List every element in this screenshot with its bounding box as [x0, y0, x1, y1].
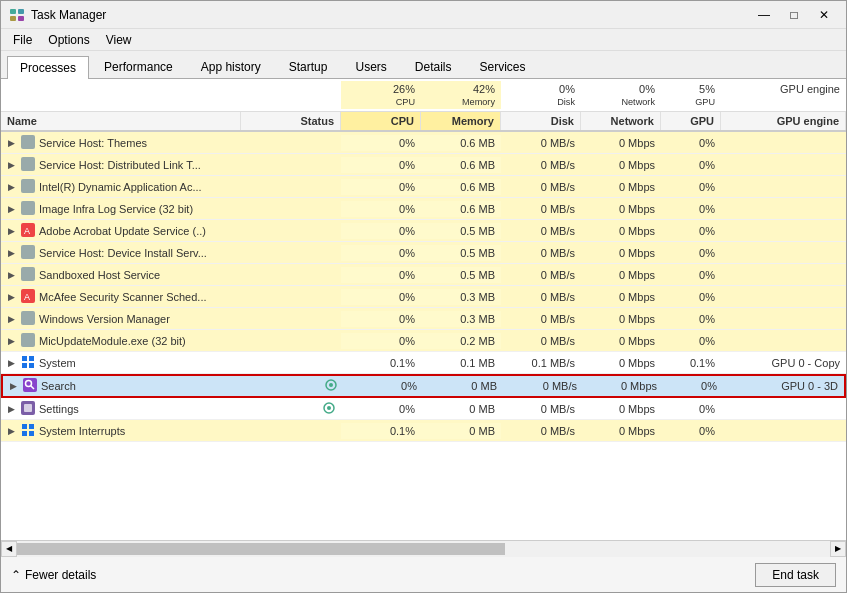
svg-rect-10 [21, 245, 35, 259]
cell-status [241, 429, 341, 433]
scroll-right-button[interactable]: ▶ [830, 541, 846, 557]
table-row[interactable]: ▶ System Interrupts 0.1% 0 MB 0 MB/s 0 M… [1, 420, 846, 442]
table-row[interactable]: ▶ System 0.1% 0.1 MB 0.1 MB/s 0 Mbps 0.1… [1, 352, 846, 374]
col-header-gpu-engine[interactable]: GPU engine [721, 112, 846, 130]
col-header-cpu[interactable]: CPU [341, 112, 421, 130]
tab-processes[interactable]: Processes [7, 56, 89, 79]
cell-gpu-engine [721, 251, 846, 255]
cell-status [241, 400, 341, 418]
tab-services[interactable]: Services [467, 55, 539, 78]
cell-disk: 0 MB/s [501, 245, 581, 261]
cell-status [241, 141, 341, 145]
cell-network: 0 Mbps [581, 179, 661, 195]
cell-cpu: 0.1% [341, 423, 421, 439]
cell-disk: 0 MB/s [501, 333, 581, 349]
svg-rect-5 [21, 157, 35, 171]
table-row[interactable]: ▶ Windows Version Manager 0% 0.3 MB 0 MB… [1, 308, 846, 330]
close-button[interactable]: ✕ [810, 4, 838, 26]
cell-cpu: 0.1% [341, 355, 421, 371]
cell-disk: 0 MB/s [501, 311, 581, 327]
expand-button[interactable]: ▶ [5, 291, 17, 303]
tab-performance[interactable]: Performance [91, 55, 186, 78]
table-row[interactable]: ▶ Search 0% 0 MB 0 MB/s 0 Mbps 0% GPU 0 … [1, 374, 846, 398]
col-header-name[interactable]: Name [1, 112, 241, 130]
cell-gpu-engine [721, 317, 846, 321]
table-row[interactable]: ▶ Intel(R) Dynamic Application Ac... 0% … [1, 176, 846, 198]
cell-network: 0 Mbps [581, 333, 661, 349]
cell-disk: 0 MB/s [501, 157, 581, 173]
table-row[interactable]: ▶ Sandboxed Host Service 0% 0.5 MB 0 MB/… [1, 264, 846, 286]
svg-rect-32 [29, 431, 34, 436]
menu-view[interactable]: View [98, 29, 140, 50]
cell-gpu: 0% [661, 135, 721, 151]
table-row[interactable]: ▶ A McAfee Security Scanner Sched... 0% … [1, 286, 846, 308]
expand-button[interactable]: ▶ [5, 159, 17, 171]
cell-status [241, 339, 341, 343]
fewer-details-button[interactable]: ⌃ Fewer details [11, 568, 96, 582]
process-name: System Interrupts [39, 425, 125, 437]
scroll-left-button[interactable]: ◀ [1, 541, 17, 557]
svg-rect-26 [24, 404, 32, 412]
menu-file[interactable]: File [5, 29, 40, 50]
table-row[interactable]: ▶ MicUpdateModule.exe (32 bit) 0% 0.2 MB… [1, 330, 846, 352]
cell-gpu-engine: GPU 0 - Copy [721, 355, 846, 371]
svg-rect-14 [21, 311, 35, 325]
tab-details[interactable]: Details [402, 55, 465, 78]
cell-disk: 0.1 MB/s [501, 355, 581, 371]
table-row[interactable]: ▶ Service Host: Distributed Link T... 0%… [1, 154, 846, 176]
cell-status [241, 229, 341, 233]
col-header-gpu[interactable]: GPU [661, 112, 721, 130]
horizontal-scrollbar[interactable]: ◀ ▶ [1, 540, 846, 556]
expand-button[interactable]: ▶ [5, 225, 17, 237]
cell-memory: 0.1 MB [421, 355, 501, 371]
expand-button[interactable]: ▶ [5, 335, 17, 347]
process-icon [21, 267, 35, 283]
expand-button[interactable]: ▶ [5, 403, 17, 415]
cell-cpu: 0% [341, 401, 421, 417]
chevron-up-icon: ⌃ [11, 568, 21, 582]
expand-button[interactable]: ▶ [5, 269, 17, 281]
tab-app-history[interactable]: App history [188, 55, 274, 78]
cell-cpu: 0% [341, 245, 421, 261]
expand-button[interactable]: ▶ [5, 313, 17, 325]
scroll-thumb[interactable] [17, 543, 505, 555]
process-icon [23, 378, 37, 394]
table-row[interactable]: ▶ Service Host: Device Install Serv... 0… [1, 242, 846, 264]
scroll-track[interactable] [17, 541, 830, 557]
cell-name: ▶ Intel(R) Dynamic Application Ac... [1, 177, 241, 197]
cell-memory: 0 MB [423, 378, 503, 394]
tab-startup[interactable]: Startup [276, 55, 341, 78]
expand-button[interactable]: ▶ [5, 425, 17, 437]
table-row[interactable]: ▶ Service Host: Themes 0% 0.6 MB 0 MB/s … [1, 132, 846, 154]
menu-options[interactable]: Options [40, 29, 97, 50]
process-icon [21, 201, 35, 217]
cell-name: ▶ A McAfee Security Scanner Sched... [1, 287, 241, 307]
expand-button[interactable]: ▶ [5, 203, 17, 215]
minimize-button[interactable]: — [750, 4, 778, 26]
cell-gpu: 0% [661, 179, 721, 195]
app-icon [9, 7, 25, 23]
col-header-disk[interactable]: Disk [501, 112, 581, 130]
col-top-gpu-engine: GPU engine [721, 81, 846, 109]
tab-users[interactable]: Users [342, 55, 399, 78]
title-bar: Task Manager — □ ✕ [1, 1, 846, 29]
table-row[interactable]: ▶ Image Infra Log Service (32 bit) 0% 0.… [1, 198, 846, 220]
maximize-button[interactable]: □ [780, 4, 808, 26]
col-header-network[interactable]: Network [581, 112, 661, 130]
expand-button[interactable]: ▶ [5, 357, 17, 369]
expand-button[interactable]: ▶ [5, 247, 17, 259]
cell-gpu-engine [721, 229, 846, 233]
cell-gpu: 0% [661, 245, 721, 261]
expand-button[interactable]: ▶ [7, 380, 19, 392]
expand-button[interactable]: ▶ [5, 181, 17, 193]
cell-name: ▶ Windows Version Manager [1, 309, 241, 329]
col-header-status[interactable]: Status [241, 112, 341, 130]
table-row[interactable]: ▶ Settings 0% 0 MB 0 MB/s 0 Mbps 0% [1, 398, 846, 420]
process-table-body[interactable]: ▶ Service Host: Themes 0% 0.6 MB 0 MB/s … [1, 132, 846, 540]
end-task-button[interactable]: End task [755, 563, 836, 587]
table-row[interactable]: ▶ A Adobe Acrobat Update Service (..) 0%… [1, 220, 846, 242]
cell-cpu: 0% [341, 267, 421, 283]
col-header-memory[interactable]: Memory [421, 112, 501, 130]
svg-text:A: A [24, 226, 30, 236]
expand-button[interactable]: ▶ [5, 137, 17, 149]
